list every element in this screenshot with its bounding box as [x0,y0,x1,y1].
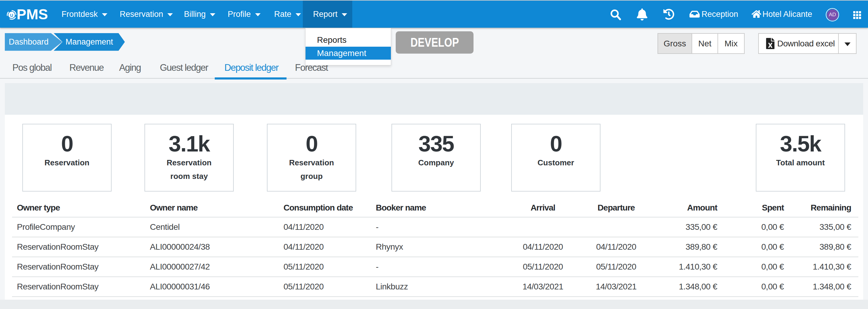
svg-text:U: U [10,13,13,18]
